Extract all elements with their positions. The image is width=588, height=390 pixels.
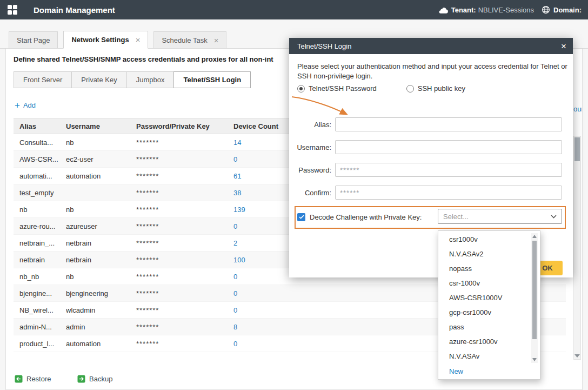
tab-schedule-task[interactable]: Schedule Task × xyxy=(153,31,226,48)
subtab-telnet-ssh-login[interactable]: Telnet/SSH Login xyxy=(173,71,251,88)
radio-telnet-ssh-password[interactable] xyxy=(297,85,305,92)
dialog-title: Telnet/SSH Login xyxy=(297,42,351,50)
dropdown-option[interactable]: AWS-CSR1000V xyxy=(438,290,531,305)
tab-network-settings[interactable]: Network Settings × xyxy=(63,31,148,49)
dropdown-option[interactable]: nopass xyxy=(438,261,531,276)
radio-ssh-public-key[interactable] xyxy=(406,85,414,92)
auth-method-radio-group: Telnet/SSH Password SSH public key xyxy=(297,84,495,92)
dropdown-option[interactable]: azure-csr1000v xyxy=(438,334,531,349)
cell-device-count[interactable]: 0 xyxy=(233,222,237,230)
subtab-jumpbox[interactable]: Jumpbox xyxy=(126,71,175,88)
column-device-count: Device Count xyxy=(233,122,278,130)
cell-alias: Consulta... xyxy=(19,138,66,147)
dropdown-option[interactable]: gcp-csr1000v xyxy=(438,305,531,320)
dropdown-scrollbar-thumb[interactable] xyxy=(532,241,537,339)
cell-password: ******* xyxy=(136,172,233,180)
cell-username: nb xyxy=(66,138,136,147)
add-button[interactable]: + Add xyxy=(15,101,36,110)
confirm-input[interactable] xyxy=(335,186,562,200)
cell-password: ******* xyxy=(136,155,233,163)
cell-username: admin xyxy=(66,323,136,331)
username-label: Username: xyxy=(293,143,331,151)
cell-device-count[interactable]: 0 xyxy=(233,289,237,298)
cell-username: ec2-user xyxy=(66,155,136,163)
dropdown-option[interactable]: pass xyxy=(438,320,531,334)
cell-device-count[interactable]: 38 xyxy=(233,189,241,197)
subtab-private-key[interactable]: Private Key xyxy=(71,71,126,88)
dropdown-new-option[interactable]: New xyxy=(438,364,540,379)
dropdown-option[interactable]: N.V.ASAv xyxy=(438,349,531,363)
globe-icon xyxy=(542,5,550,14)
cell-username: azureuser xyxy=(66,222,136,230)
cell-password: ******* xyxy=(136,138,233,147)
apps-grid-icon[interactable] xyxy=(8,5,17,15)
scrollbar-thumb[interactable] xyxy=(574,137,580,161)
decode-challenge-checkbox[interactable] xyxy=(297,213,305,221)
cell-device-count[interactable]: 0 xyxy=(233,155,237,163)
backup-button[interactable]: Backup xyxy=(77,375,112,383)
column-username: Username xyxy=(66,122,136,130)
chevron-down-icon xyxy=(551,215,557,219)
alias-input[interactable] xyxy=(335,117,562,131)
dropdown-option[interactable]: csr-1000v xyxy=(438,276,531,290)
tab-label: Schedule Task xyxy=(162,36,207,44)
cell-device-count[interactable]: 61 xyxy=(233,172,241,180)
tenant-value: NBLIVE-Sessions xyxy=(478,6,534,14)
cell-alias: azure-rou... xyxy=(19,222,66,230)
username-input[interactable] xyxy=(335,140,562,154)
cell-password: ******* xyxy=(136,306,233,314)
private-key-dropdown-list: csr1000v N.V.ASAv2 nopass csr-1000v AWS-… xyxy=(438,230,540,380)
cell-device-count[interactable]: 139 xyxy=(233,206,245,214)
scroll-down-arrow-icon[interactable] xyxy=(532,358,537,361)
cell-device-count[interactable]: 0 xyxy=(233,273,237,281)
cell-username: netbrain xyxy=(66,239,136,247)
private-key-select-value: Select... xyxy=(443,213,551,221)
cell-username: automation xyxy=(66,340,136,348)
password-input[interactable] xyxy=(335,163,562,177)
close-icon[interactable]: × xyxy=(136,36,141,44)
close-icon[interactable]: × xyxy=(214,36,219,44)
scroll-down-arrow-icon[interactable] xyxy=(574,354,580,358)
cell-alias: NB_wirel... xyxy=(19,306,66,314)
cell-alias: bjengine... xyxy=(19,289,66,298)
table-scrollbar[interactable] xyxy=(573,136,581,360)
cell-device-count[interactable]: 0 xyxy=(233,306,237,314)
cell-password: ******* xyxy=(136,340,233,348)
cell-username: automation xyxy=(66,172,136,180)
restore-icon xyxy=(15,375,23,383)
decode-challenge-row: Decode Challenge with Private Key: xyxy=(297,210,422,224)
username-field-row: Username: xyxy=(293,140,562,155)
private-key-select[interactable]: Select... xyxy=(438,209,562,224)
radio-ssh-public-key-label: SSH public key xyxy=(418,84,465,92)
dropdown-scrollbar[interactable] xyxy=(531,233,538,363)
topbar-right: Tenant: NBLIVE-Sessions Domain: xyxy=(431,5,584,14)
plus-icon: + xyxy=(15,101,20,110)
scroll-up-arrow-icon[interactable] xyxy=(532,235,537,238)
restore-label: Restore xyxy=(26,375,51,383)
subtab-front-server[interactable]: Front Server xyxy=(14,71,72,88)
cell-device-count[interactable]: 2 xyxy=(233,239,237,247)
decode-challenge-label: Decode Challenge with Private Key: xyxy=(310,213,422,221)
cell-device-count[interactable]: 0 xyxy=(233,340,237,348)
backup-label: Backup xyxy=(89,375,112,383)
cell-username: bjengineering xyxy=(66,289,136,298)
dialog-header[interactable]: Telnet/SSH Login × xyxy=(289,38,573,54)
password-field-row: Password: xyxy=(293,162,562,177)
cell-alias: netbrain_... xyxy=(19,239,66,247)
cell-username: wlcadmin xyxy=(66,306,136,314)
tab-start-page[interactable]: Start Page xyxy=(9,31,58,48)
cell-alias: nb xyxy=(19,206,66,214)
cell-alias: netbrain xyxy=(19,256,66,264)
domain-label: Domain: xyxy=(553,6,582,14)
cell-device-count[interactable]: 8 xyxy=(233,323,237,331)
dialog-close-icon[interactable]: × xyxy=(561,42,566,51)
cell-device-count[interactable]: 100 xyxy=(233,256,245,264)
clipped-link-text[interactable]: ount xyxy=(573,105,583,113)
page-title: Domain Management xyxy=(34,5,115,15)
subtab-bar: Front Server Private Key Jumpbox Telnet/… xyxy=(14,71,250,88)
page-description: Define shared Telnet/SSH/SNMP access cre… xyxy=(14,55,273,63)
dropdown-option[interactable]: csr1000v xyxy=(438,232,531,247)
cell-device-count[interactable]: 14 xyxy=(233,138,241,147)
restore-button[interactable]: Restore xyxy=(15,375,51,383)
dropdown-option[interactable]: N.V.ASAv2 xyxy=(438,247,531,261)
